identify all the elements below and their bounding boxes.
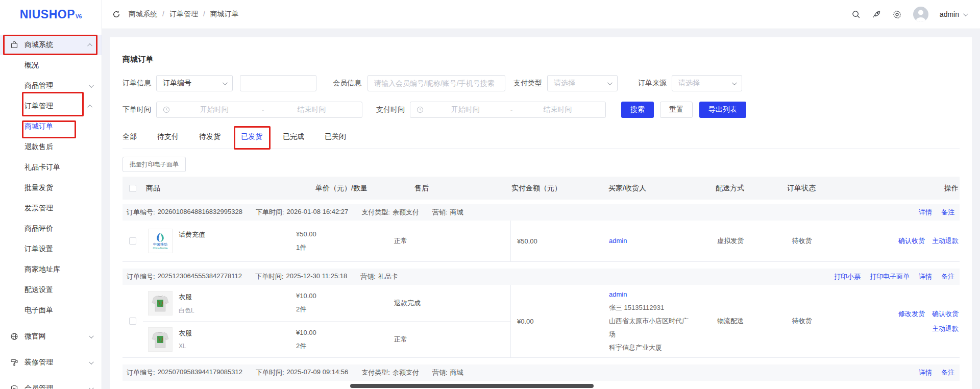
- horizontal-scrollbar-thumb[interactable]: [350, 384, 594, 388]
- confirm-receipt-link[interactable]: 确认收货: [898, 236, 925, 246]
- logo-version: V6: [76, 14, 82, 19]
- product-image-sweatshirt: [148, 291, 173, 315]
- print-receipt-link[interactable]: 打印小票: [834, 272, 861, 281]
- header-paid-amount: 实付金额（元）: [510, 184, 597, 193]
- member-search-input[interactable]: [368, 75, 505, 91]
- receiver-address-line1: 山西省太原市小店区时代广场: [609, 314, 695, 341]
- member-shield-icon: [10, 384, 18, 389]
- reset-button[interactable]: 重置: [660, 102, 693, 118]
- marketing-label: 营销:: [432, 368, 448, 377]
- rocket-icon[interactable]: [872, 10, 881, 19]
- product-name: 衣服: [179, 291, 194, 302]
- order-checkbox[interactable]: [129, 318, 136, 325]
- tab-all[interactable]: 全部: [122, 129, 137, 149]
- sidebar-item-giftcard-orders[interactable]: 礼品卡订单: [0, 157, 102, 178]
- sidebar-item-label: 概况: [24, 61, 39, 70]
- sidebar-item-order-settings[interactable]: 订单设置: [0, 239, 102, 259]
- breadcrumb-separator: /: [203, 10, 205, 19]
- remark-link[interactable]: 备注: [941, 208, 954, 217]
- sidebar-item-batch-shipping[interactable]: 批量发货: [0, 178, 102, 198]
- breadcrumb-item[interactable]: 商城系统: [129, 10, 157, 19]
- order-no-label: 订单编号:: [127, 208, 155, 217]
- user-avatar[interactable]: [913, 7, 928, 22]
- content-card: 商城订单 订单信息 订单编号 会员信息 支付类型 请选择: [110, 37, 972, 389]
- sidebar-item-mall-orders[interactable]: 商城订单: [0, 116, 102, 137]
- select-all-checkbox[interactable]: [129, 185, 136, 192]
- order-no-select[interactable]: 订单编号: [156, 75, 233, 91]
- breadcrumb-item[interactable]: 订单管理: [169, 10, 198, 19]
- detail-link[interactable]: 详情: [919, 368, 932, 377]
- order-no-input-field[interactable]: [247, 76, 310, 91]
- sidebar-item-order-management[interactable]: 订单管理: [0, 96, 102, 116]
- item-aftersale-status: 退款完成: [388, 299, 490, 308]
- tab-completed[interactable]: 已完成: [283, 129, 304, 149]
- sidebar-item-merchant-address[interactable]: 商家地址库: [0, 259, 102, 280]
- initiate-refund-link[interactable]: 主动退款: [932, 236, 959, 246]
- app-window: NIUSHOP V6 商城系统 概况 商品管理 订单管理 商城订单: [0, 0, 980, 389]
- pay-type-select[interactable]: 请选择: [547, 75, 618, 91]
- detail-link[interactable]: 详情: [919, 208, 932, 217]
- sidebar-item-goods-management[interactable]: 商品管理: [0, 76, 102, 96]
- detail-link[interactable]: 详情: [919, 272, 932, 281]
- order-time-value: 2025-07-09 09:14:56: [287, 368, 349, 377]
- breadcrumb-item[interactable]: 商城订单: [210, 10, 239, 19]
- user-menu[interactable]: admin: [940, 10, 967, 18]
- pay-time-range-picker[interactable]: 开始时间 - 结束时间: [410, 102, 606, 118]
- search-icon[interactable]: [851, 10, 861, 19]
- print-waybill-link[interactable]: 打印电子面单: [870, 272, 910, 281]
- tab-pending-payment[interactable]: 待支付: [157, 129, 179, 149]
- tab-closed[interactable]: 已关闭: [325, 129, 346, 149]
- item-qty: 1件: [296, 243, 388, 252]
- product-spec: XL: [179, 343, 192, 350]
- pay-type-value: 余额支付: [393, 208, 419, 217]
- remark-link[interactable]: 备注: [941, 272, 954, 281]
- order-item: 衣服 XL ¥10.00 2件 正常: [143, 321, 510, 357]
- filter-row-2: 下单时间 开始时间 - 结束时间 支付时间: [122, 102, 960, 118]
- sidebar-item-decoration-management[interactable]: 装修管理: [0, 352, 102, 373]
- order-no-value: 20260108648816832995328: [158, 208, 242, 217]
- paid-amount: ¥50.00: [511, 221, 598, 261]
- order-meta: 订单编号:20251230645553842778112 下单时间:2025-1…: [127, 272, 398, 281]
- confirm-receipt-link[interactable]: 确认收货: [932, 309, 959, 319]
- create-time-range-picker[interactable]: 开始时间 - 结束时间: [156, 102, 362, 118]
- sidebar-item-refund-aftersale[interactable]: 退款售后: [0, 137, 102, 157]
- buyer-name-link[interactable]: admin: [609, 288, 627, 301]
- order-header-links: 打印小票 打印电子面单 详情 备注: [834, 272, 954, 281]
- sidebar-item-member-management[interactable]: 会员管理: [0, 378, 102, 389]
- topbar: 商城系统 / 订单管理 / 商城订单: [102, 0, 980, 29]
- sidebar-item-overview[interactable]: 概况: [0, 55, 102, 76]
- receiver-contact: 张三 15135112931: [609, 301, 664, 314]
- order-source-select[interactable]: 请选择: [672, 75, 742, 91]
- create-time-label: 下单时间: [122, 105, 151, 114]
- order-checkbox[interactable]: [129, 237, 136, 245]
- sidebar-item-mall-system[interactable]: 商城系统: [0, 35, 102, 55]
- start-time-placeholder: 开始时间: [170, 105, 259, 114]
- batch-print-waybill-button[interactable]: 批量打印电子面单: [122, 157, 186, 172]
- product-image-sweatshirt: [148, 327, 173, 352]
- chevron-down-icon: [89, 359, 94, 364]
- modify-shipping-link[interactable]: 修改发货: [898, 309, 925, 319]
- sidebar-item-invoice-management[interactable]: 发票管理: [0, 198, 102, 218]
- sidebar-item-micro-site[interactable]: 微官网: [0, 326, 102, 347]
- refresh-icon[interactable]: [112, 10, 120, 18]
- initiate-refund-link[interactable]: 主动退款: [932, 324, 959, 333]
- header-product: 商品: [143, 184, 311, 193]
- gear-icon[interactable]: [892, 10, 902, 19]
- clock-icon: [163, 106, 170, 113]
- member-search-input-field[interactable]: [374, 76, 499, 91]
- tab-pending-shipment[interactable]: 待发货: [199, 129, 220, 149]
- order-group: 订单编号:20250709583944179085312 下单时间:2025-0…: [122, 364, 960, 381]
- buyer-name-link[interactable]: admin: [609, 234, 627, 248]
- tab-shipped[interactable]: 已发货: [241, 129, 262, 149]
- paid-amount: ¥0.00: [511, 285, 598, 357]
- search-button[interactable]: 搜索: [621, 102, 654, 118]
- sidebar-item-e-waybill[interactable]: 电子面单: [0, 300, 102, 321]
- export-list-button[interactable]: 导出列表: [699, 102, 746, 118]
- pay-time-label: 支付时间: [376, 105, 405, 114]
- sidebar-item-delivery-settings[interactable]: 配送设置: [0, 280, 102, 300]
- order-item: 中国移动 China Mobile 话费充值 ¥50.00 1件: [143, 221, 510, 261]
- sidebar-item-goods-review[interactable]: 商品评价: [0, 218, 102, 239]
- order-no-input[interactable]: [240, 75, 316, 91]
- marketing-value: 商城: [450, 368, 463, 377]
- remark-link[interactable]: 备注: [941, 368, 954, 377]
